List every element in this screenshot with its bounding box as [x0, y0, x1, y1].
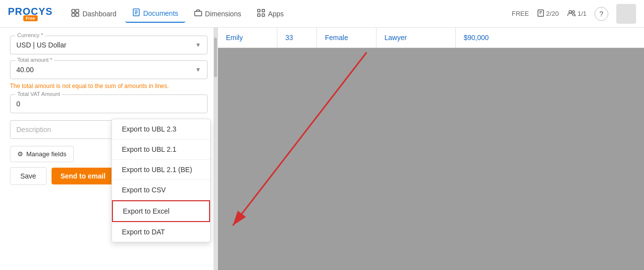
total-amount-value: 40.00 ▼ — [16, 66, 201, 74]
total-amount-label: Total amount * — [15, 57, 54, 63]
description-placeholder: Description — [16, 126, 51, 134]
table-row: Emily 33 Female Lawyer $90,000 — [218, 28, 644, 48]
scroll-thumb — [214, 38, 217, 77]
export-dat-item[interactable]: Export to DAT — [112, 222, 210, 242]
export-excel-item[interactable]: Export to Excel — [112, 200, 210, 222]
error-message: The total amount is not equal to the sum… — [10, 82, 208, 90]
svg-rect-9 — [258, 9, 260, 12]
logo-badge: Free — [23, 15, 38, 21]
docs-count-value: 2/20 — [546, 10, 559, 17]
users-count-value: 1/1 — [578, 10, 587, 17]
currency-chevron-icon: ▼ — [195, 42, 201, 48]
save-button[interactable]: Save — [10, 167, 47, 185]
total-vat-field[interactable]: Total VAT Amount 0 — [10, 94, 208, 113]
plan-badge: FREE — [512, 10, 529, 17]
svg-rect-8 — [195, 11, 202, 16]
export-csv-item[interactable]: Export to CSV — [112, 180, 210, 200]
currency-field[interactable]: Currency * USD | US Dollar ▼ — [10, 36, 208, 54]
svg-rect-10 — [262, 9, 265, 12]
left-panel: Currency * USD | US Dollar ▼ Total amoun… — [0, 28, 218, 270]
docs-count: 2/20 — [537, 9, 559, 18]
cell-occupation: Lawyer — [376, 28, 456, 47]
apps-icon — [257, 9, 265, 18]
nav-item-dimensions[interactable]: Dimensions — [187, 5, 248, 22]
svg-rect-1 — [76, 9, 79, 12]
send-email-button[interactable]: Send to email — [52, 168, 114, 184]
svg-point-17 — [572, 10, 575, 13]
main-layout: Currency * USD | US Dollar ▼ Total amoun… — [0, 28, 644, 270]
nav-label-dashboard: Dashboard — [82, 10, 116, 18]
export-ubl21-item[interactable]: Export to UBL 2.1 — [112, 139, 210, 160]
svg-rect-3 — [76, 13, 79, 16]
nav-right: FREE 2/20 1/1 ? — [512, 4, 636, 24]
table-area: Emily 33 Female Lawyer $90,000 — [218, 28, 644, 48]
grid-icon — [71, 9, 79, 18]
users-icon — [567, 9, 576, 18]
top-navigation: PROCYS Free Dashboard Documents — [0, 0, 644, 28]
doc-icon — [132, 8, 140, 18]
help-button[interactable]: ? — [594, 7, 608, 21]
avatar-placeholder — [616, 4, 636, 24]
users-count: 1/1 — [567, 9, 587, 18]
currency-label: Currency * — [15, 32, 45, 38]
svg-rect-11 — [258, 14, 260, 16]
manage-fields-button[interactable]: ⚙ Manage fields — [10, 146, 74, 162]
svg-point-16 — [569, 10, 571, 13]
annotation-arrow — [218, 28, 644, 270]
cell-age: 33 — [277, 28, 317, 47]
nav-item-apps[interactable]: Apps — [250, 5, 291, 22]
total-amount-chevron-icon: ▼ — [195, 66, 201, 73]
nav-item-dashboard[interactable]: Dashboard — [64, 5, 123, 22]
svg-rect-0 — [72, 9, 75, 12]
doc-count-icon — [537, 9, 544, 18]
svg-rect-12 — [262, 14, 265, 16]
nav-label-documents: Documents — [143, 9, 178, 17]
cell-gender: Female — [317, 28, 376, 47]
right-panel: Emily 33 Female Lawyer $90,000 — [218, 28, 644, 270]
svg-rect-2 — [72, 13, 75, 16]
export-ubl23-item[interactable]: Export to UBL 2.3 — [112, 119, 210, 139]
cell-salary: $90,000 — [456, 28, 515, 47]
currency-value: USD | US Dollar ▼ — [16, 41, 201, 49]
export-dropdown-menu: Export to UBL 2.3 Export to UBL 2.1 Expo… — [111, 119, 211, 242]
export-ubl21be-item[interactable]: Export to UBL 2.1 (BE) — [112, 160, 210, 180]
nav-label-apps: Apps — [268, 10, 284, 18]
svg-line-19 — [233, 52, 367, 225]
logo[interactable]: PROCYS Free — [8, 6, 53, 21]
gear-icon: ⚙ — [17, 150, 23, 158]
cell-name: Emily — [218, 28, 277, 47]
nav-label-dimensions: Dimensions — [205, 10, 241, 18]
scrollbar[interactable] — [214, 28, 217, 270]
plan-label: FREE — [512, 10, 529, 17]
briefcase-icon — [194, 9, 202, 18]
nav-items: Dashboard Documents Dimensions — [64, 4, 511, 23]
total-vat-label: Total VAT Amount — [15, 91, 62, 97]
total-vat-value: 0 — [16, 100, 201, 108]
total-amount-field[interactable]: Total amount * 40.00 ▼ — [10, 60, 208, 79]
nav-item-documents[interactable]: Documents — [125, 4, 185, 23]
